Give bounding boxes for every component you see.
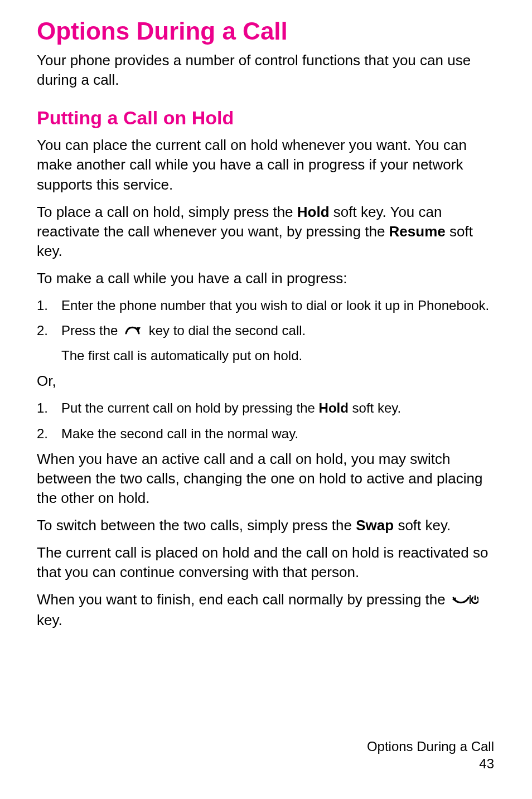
p6-post: soft key. bbox=[394, 517, 451, 534]
footer-page-number: 43 bbox=[367, 755, 494, 772]
paragraph-5: When you have an active call and a call … bbox=[37, 449, 499, 508]
list-number: 2. bbox=[37, 424, 61, 443]
section-heading: Putting a Call on Hold bbox=[37, 105, 499, 130]
end-power-key-icon bbox=[452, 591, 478, 611]
paragraph-3: To make a call while you have a call in … bbox=[37, 269, 499, 288]
p8-post: key. bbox=[37, 612, 62, 628]
p2-pre: To place a call on hold, simply press th… bbox=[37, 204, 297, 220]
list-text: Make the second call in the normal way. bbox=[61, 424, 499, 443]
li-post: soft key. bbox=[349, 400, 401, 415]
intro-paragraph: Your phone provides a number of control … bbox=[37, 51, 499, 90]
list-item: 2. Make the second call in the normal wa… bbox=[37, 424, 499, 443]
paragraph-8: When you want to finish, end each call n… bbox=[37, 590, 499, 630]
list-text: Put the current call on hold by pressing… bbox=[61, 399, 499, 417]
paragraph-6: To switch between the two calls, simply … bbox=[37, 516, 499, 535]
send-key-icon bbox=[124, 322, 143, 341]
ordered-list-1: 1. Enter the phone number that you wish … bbox=[37, 296, 499, 365]
swap-softkey-label: Swap bbox=[356, 517, 394, 534]
paragraph-2: To place a call on hold, simply press th… bbox=[37, 202, 499, 261]
list-item: 1. Put the current call on hold by press… bbox=[37, 399, 499, 417]
footer-section-title: Options During a Call bbox=[367, 738, 494, 755]
manual-page: Options During a Call Your phone provide… bbox=[0, 0, 532, 799]
li-pre: Press the bbox=[61, 323, 122, 338]
p6-pre: To switch between the two calls, simply … bbox=[37, 517, 356, 534]
list-item: 2. Press the key to dial the second call… bbox=[37, 321, 499, 341]
resume-softkey-label: Resume bbox=[389, 223, 446, 240]
hold-softkey-label: Hold bbox=[319, 400, 349, 415]
p8-pre: When you want to finish, end each call n… bbox=[37, 591, 449, 608]
ordered-list-2: 1. Put the current call on hold by press… bbox=[37, 399, 499, 442]
list-number: 1. bbox=[37, 296, 61, 314]
page-footer: Options During a Call 43 bbox=[367, 738, 494, 772]
page-title: Options During a Call bbox=[37, 16, 499, 46]
list-text: Press the key to dial the second call. bbox=[61, 321, 499, 341]
hold-softkey-label: Hold bbox=[297, 204, 330, 220]
paragraph-1: You can place the current call on hold w… bbox=[37, 135, 499, 194]
or-label: Or, bbox=[37, 371, 499, 391]
list-sub-note: The first call is automatically put on h… bbox=[61, 346, 499, 365]
list-number: 1. bbox=[37, 399, 61, 417]
li-post: key to dial the second call. bbox=[149, 323, 306, 338]
li-pre: Put the current call on hold by pressing… bbox=[61, 400, 319, 415]
list-number: 2. bbox=[37, 321, 61, 340]
list-text: Enter the phone number that you wish to … bbox=[61, 296, 499, 314]
list-item: 1. Enter the phone number that you wish … bbox=[37, 296, 499, 314]
paragraph-7: The current call is placed on hold and t… bbox=[37, 543, 499, 582]
